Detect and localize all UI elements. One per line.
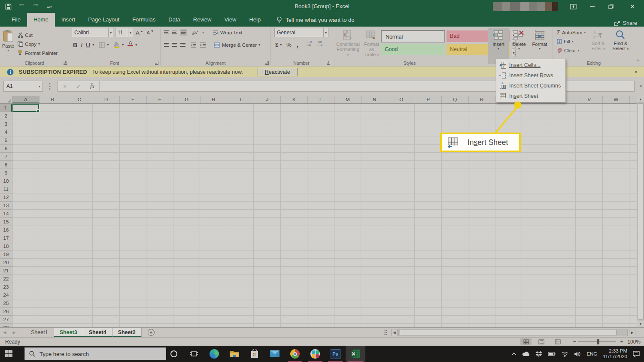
increase-indent-icon[interactable]: [200, 40, 206, 49]
collapse-ribbon-icon[interactable]: ⌃: [636, 59, 640, 64]
row-header-25[interactable]: 25: [0, 299, 12, 308]
scroll-down-icon[interactable]: ▼: [637, 320, 644, 327]
alignment-dialog-launcher-icon[interactable]: [265, 61, 269, 65]
column-header-d[interactable]: D: [93, 96, 120, 103]
minimize-button[interactable]: [585, 0, 599, 13]
fill-button[interactable]: Fill ▾: [556, 37, 587, 46]
photoshop-icon[interactable]: Ps: [325, 346, 345, 362]
tab-data[interactable]: Data: [162, 13, 186, 27]
borders-button[interactable]: [97, 40, 106, 49]
start-button[interactable]: [5, 350, 12, 357]
row-header-21[interactable]: 21: [0, 267, 12, 275]
zoom-level[interactable]: 100%: [627, 339, 641, 345]
decrease-font-size-button[interactable]: A▼: [146, 28, 155, 37]
orientation-caret-icon[interactable]: ▾: [202, 31, 204, 34]
vertical-scroll-thumb[interactable]: [638, 103, 644, 320]
column-header-a[interactable]: A: [12, 96, 39, 103]
share-button[interactable]: Share: [614, 20, 637, 26]
column-header-n[interactable]: N: [361, 96, 389, 103]
accounting-format-button[interactable]: $▾: [274, 40, 283, 49]
sheet-tab-sheet3[interactable]: Sheet3: [54, 328, 83, 337]
sort-filter-button[interactable]: AZ Sort &Filter ▾: [587, 28, 609, 51]
column-header-o[interactable]: O: [388, 96, 415, 103]
comma-style-button[interactable]: ,: [295, 40, 300, 49]
new-sheet-button[interactable]: +: [148, 329, 155, 336]
expand-formula-bar-icon[interactable]: ▾: [640, 84, 642, 88]
conditional-formatting-button[interactable]: ≠ ConditionalFormatting ▾: [334, 28, 362, 57]
horizontal-scrollbar[interactable]: [398, 329, 628, 336]
copy-button[interactable]: Copy ▾: [16, 39, 59, 48]
excel-icon[interactable]: [346, 346, 365, 362]
cells-area[interactable]: [12, 104, 637, 327]
hscroll-right-icon[interactable]: ▶: [629, 329, 635, 336]
taskbar-search[interactable]: [24, 347, 166, 360]
horizontal-scroll-thumb[interactable]: [400, 330, 617, 335]
sheet-tab-sheet2[interactable]: Sheet2: [112, 328, 142, 337]
orientation-button[interactable]: ab: [190, 28, 199, 37]
wrap-text-button[interactable]: Wrap Text: [211, 28, 243, 37]
vertical-scrollbar[interactable]: ▲ ▼: [637, 96, 644, 327]
row-header-9[interactable]: 9: [0, 169, 12, 177]
column-header-l[interactable]: L: [308, 96, 335, 103]
column-header-m[interactable]: M: [334, 96, 361, 103]
row-header-12[interactable]: 12: [0, 193, 12, 202]
format-as-table-button[interactable]: Format asTable ▾: [362, 28, 381, 57]
formula-bar-grip[interactable]: •••: [49, 82, 51, 90]
autosum-button[interactable]: Σ AutoSum ▾: [556, 28, 587, 37]
zoom-in-icon[interactable]: +: [620, 338, 623, 345]
column-header-j[interactable]: J: [254, 96, 281, 103]
row-header-10[interactable]: 10: [0, 177, 12, 185]
zoom-slider-thumb[interactable]: [597, 339, 599, 344]
tab-file[interactable]: File: [5, 13, 27, 27]
row-header-5[interactable]: 5: [0, 136, 12, 145]
close-button[interactable]: ✕: [625, 0, 640, 13]
italic-button[interactable]: I: [79, 40, 84, 49]
cancel-icon[interactable]: ×: [58, 81, 72, 91]
select-all-corner[interactable]: [0, 96, 12, 104]
name-box[interactable]: A1 ▾: [3, 81, 43, 92]
sheet-tab-sheet4[interactable]: Sheet4: [83, 328, 112, 337]
clear-button[interactable]: Clear ▾: [556, 46, 587, 55]
column-header-k[interactable]: K: [281, 96, 308, 103]
fill-color-button[interactable]: [112, 40, 121, 49]
row-header-7[interactable]: 7: [0, 153, 12, 161]
column-header-i[interactable]: I: [227, 96, 254, 103]
row-header-14[interactable]: 14: [0, 210, 12, 218]
tab-home[interactable]: Home: [27, 13, 55, 27]
row-header-19[interactable]: 19: [0, 250, 12, 259]
scroll-up-icon[interactable]: ▲: [637, 96, 644, 103]
file-explorer-icon[interactable]: [225, 346, 244, 362]
language-indicator[interactable]: ENG: [586, 351, 597, 356]
column-header-e[interactable]: E: [120, 96, 147, 103]
search-input[interactable]: [39, 351, 151, 357]
font-color-caret-icon[interactable]: ▾: [135, 44, 137, 46]
font-name-combo[interactable]: Calibri▾: [72, 28, 113, 37]
normal-view-icon[interactable]: [520, 338, 532, 345]
row-header-23[interactable]: 23: [0, 283, 12, 291]
align-center-icon[interactable]: [172, 42, 177, 48]
align-right-icon[interactable]: [180, 42, 185, 48]
decrease-indent-icon[interactable]: [190, 40, 197, 49]
tab-formulas[interactable]: Formulas: [126, 13, 162, 27]
find-select-button[interactable]: Find &Select ▾: [609, 28, 632, 51]
tab-help[interactable]: Help: [243, 13, 267, 27]
tell-me-box[interactable]: Tell me what you want to do: [276, 13, 354, 27]
increase-decimal-button[interactable]: ←.0.00: [305, 40, 313, 49]
column-header-q[interactable]: Q: [442, 96, 469, 103]
middle-align-icon[interactable]: [172, 30, 177, 35]
row-header-28[interactable]: 28: [0, 324, 12, 327]
battery-icon[interactable]: [548, 351, 556, 356]
align-left-icon[interactable]: [164, 42, 169, 48]
mail-icon[interactable]: [265, 346, 285, 362]
page-break-preview-icon[interactable]: [552, 338, 563, 345]
page-layout-view-icon[interactable]: [536, 338, 547, 345]
hidden-icons-chevron-icon[interactable]: [511, 352, 516, 356]
increase-font-size-button[interactable]: A▲: [135, 28, 144, 37]
row-header-3[interactable]: 3: [0, 120, 12, 128]
edge-icon[interactable]: [204, 346, 224, 362]
row-header-20[interactable]: 20: [0, 259, 12, 267]
column-header-p[interactable]: P: [415, 96, 442, 103]
top-align-icon[interactable]: [164, 30, 169, 35]
column-header-r[interactable]: R: [469, 96, 496, 103]
underline-button[interactable]: U: [85, 40, 91, 49]
